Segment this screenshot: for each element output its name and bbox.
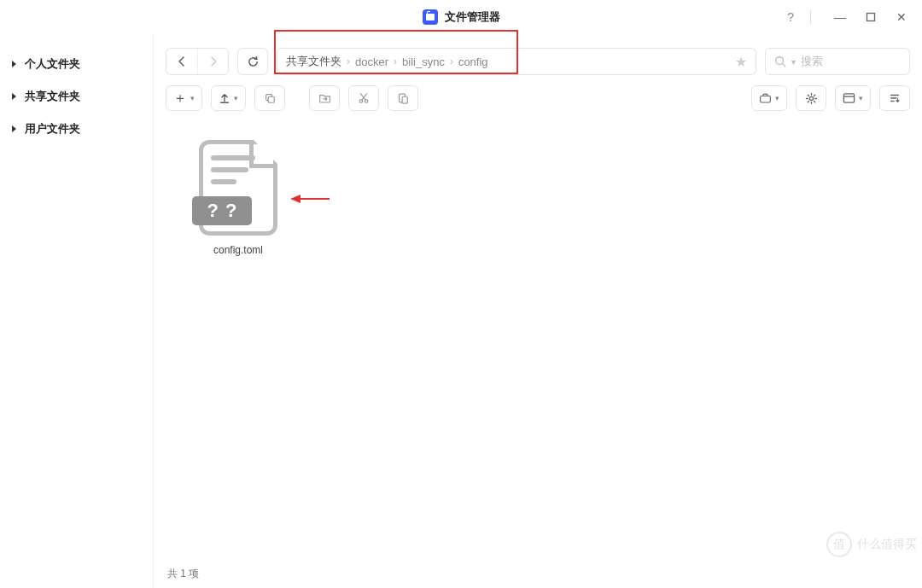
chevron-right-icon: › [347, 55, 350, 67]
chevron-right-icon [12, 61, 16, 67]
action-toolbar: ＋▾ ▾ ▾ [154, 82, 922, 119]
search-input[interactable]: ▾ 搜索 [765, 48, 910, 75]
chevron-right-icon [12, 125, 16, 132]
forward-button[interactable] [197, 49, 228, 74]
copy-button[interactable] [254, 85, 285, 111]
sort-button[interactable] [879, 85, 910, 111]
breadcrumb-segment[interactable]: bili_sync [402, 55, 445, 68]
toolbox-button[interactable]: ▾ [751, 85, 787, 111]
svg-rect-14 [843, 94, 854, 102]
status-text: 共 1 项 [167, 567, 199, 581]
sidebar-item-personal[interactable]: 个人文件夹 [0, 48, 153, 80]
move-to-button[interactable] [309, 85, 340, 111]
chevron-down-icon: ▾ [791, 57, 796, 67]
sidebar: 个人文件夹 共享文件夹 用户文件夹 [0, 34, 154, 588]
sidebar-item-user[interactable]: 用户文件夹 [0, 113, 153, 145]
svg-rect-0 [867, 14, 875, 21]
titlebar: 文件管理器 ? — ✕ [0, 0, 922, 34]
app-icon [423, 9, 438, 25]
search-placeholder: 搜索 [801, 54, 823, 69]
file-name: config.toml [213, 244, 263, 256]
svg-line-2 [783, 64, 785, 67]
file-item[interactable]: ?? config.toml [183, 140, 294, 256]
main-panel: 共享文件夹 › docker › bili_sync › config ★ ▾ … [154, 34, 922, 588]
annotation-arrow [290, 195, 330, 203]
chevron-down-icon: ▾ [190, 94, 195, 102]
chevron-right-icon: › [394, 55, 397, 67]
chevron-right-icon [12, 93, 16, 100]
window-controls: — ✕ [825, 0, 917, 34]
svg-rect-11 [402, 96, 407, 103]
file-icon-unknown: ?? [192, 140, 284, 236]
watermark: 值 什么值得买 [826, 532, 917, 557]
cut-button[interactable] [348, 85, 379, 111]
nav-group [166, 48, 229, 75]
back-button[interactable] [166, 49, 197, 74]
breadcrumb-segment[interactable]: docker [355, 55, 388, 68]
search-icon [774, 55, 786, 67]
titlebar-separator [810, 10, 811, 24]
status-bar: 共 1 项 [154, 559, 922, 588]
chevron-down-icon: ▾ [775, 94, 779, 102]
view-mode-button[interactable]: ▾ [835, 85, 871, 111]
sidebar-item-label: 个人文件夹 [25, 56, 80, 72]
settings-button[interactable] [796, 85, 826, 111]
help-button[interactable]: ? [787, 0, 794, 34]
breadcrumb-segment[interactable]: config [458, 55, 488, 68]
paste-button[interactable] [388, 85, 418, 111]
chevron-down-icon: ▾ [234, 94, 238, 102]
sidebar-item-label: 用户文件夹 [25, 121, 80, 137]
file-grid[interactable]: ?? config.toml 值 什么值得买 [154, 119, 922, 559]
upload-button[interactable]: ▾ [211, 85, 246, 111]
svg-rect-12 [761, 96, 771, 103]
app-title: 文件管理器 [445, 9, 500, 25]
refresh-button[interactable] [237, 48, 268, 75]
close-button[interactable]: ✕ [886, 0, 917, 34]
chevron-down-icon: ▾ [859, 94, 863, 102]
svg-point-13 [809, 96, 813, 100]
favorite-star-icon[interactable]: ★ [735, 54, 747, 70]
add-button[interactable]: ＋▾ [166, 85, 202, 111]
svg-rect-5 [268, 96, 274, 102]
breadcrumb-segment[interactable]: 共享文件夹 [286, 54, 341, 69]
sidebar-item-label: 共享文件夹 [25, 89, 80, 104]
maximize-button[interactable] [855, 0, 886, 34]
breadcrumb[interactable]: 共享文件夹 › docker › bili_sync › config ★ [277, 48, 756, 75]
minimize-button[interactable]: — [825, 0, 855, 34]
location-toolbar: 共享文件夹 › docker › bili_sync › config ★ ▾ … [154, 34, 922, 82]
chevron-right-icon: › [450, 55, 453, 67]
sidebar-item-shared[interactable]: 共享文件夹 [0, 80, 153, 113]
